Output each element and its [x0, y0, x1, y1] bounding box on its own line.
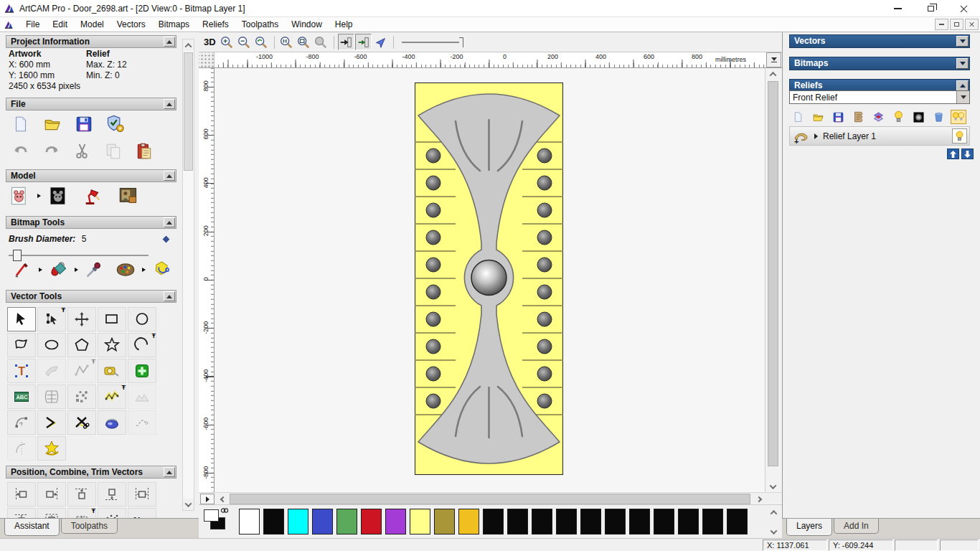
create-ellipse-tool[interactable]: [37, 333, 66, 357]
menu-item[interactable]: Toolpaths: [235, 18, 285, 31]
horizontal-scrollbar[interactable]: [199, 492, 782, 504]
greyscale-preview-icon[interactable]: [910, 110, 926, 124]
new-model-icon[interactable]: [9, 113, 33, 135]
palette-scroll-up[interactable]: [771, 510, 776, 515]
dropdown-arrow-icon[interactable]: [956, 91, 969, 103]
expand-button[interactable]: [956, 36, 969, 47]
collapse-button[interactable]: [164, 291, 175, 301]
colour-swatch[interactable]: [605, 509, 626, 534]
scroll-down-button[interactable]: [183, 499, 194, 510]
colour-swatch[interactable]: [483, 509, 504, 534]
relief-layer-name[interactable]: Relief Layer 1: [823, 131, 876, 141]
nesting-tool[interactable]: Nes: [128, 508, 156, 519]
colour-swatch[interactable]: [312, 509, 333, 534]
paint-brush-icon[interactable]: [10, 259, 34, 281]
arc-fit-tool[interactable]: [7, 410, 36, 435]
collapse-button[interactable]: [956, 80, 969, 91]
create-circle-tool[interactable]: [128, 307, 156, 331]
align-bottom-icon[interactable]: [98, 482, 126, 507]
menu-item[interactable]: Model: [74, 18, 110, 31]
redo-icon[interactable]: [39, 141, 64, 162]
mdi-close-button[interactable]: [965, 19, 979, 30]
paste-icon[interactable]: [101, 141, 126, 162]
align-middle-icon[interactable]: Ŧ: [67, 508, 96, 519]
colour-swatch[interactable]: [385, 509, 406, 534]
link-colours-icon[interactable]: [220, 507, 229, 514]
tab-layers[interactable]: Layers: [786, 519, 832, 536]
view-3d-button[interactable]: 3D: [204, 37, 216, 47]
create-rectangle-tool[interactable]: [98, 307, 126, 331]
delete-relief-icon[interactable]: [930, 110, 946, 124]
create-polygon-tool[interactable]: [67, 333, 96, 357]
free-relief-tool[interactable]: [128, 385, 156, 409]
colour-swatch[interactable]: [532, 509, 552, 534]
cut-icon[interactable]: [70, 141, 95, 162]
scroll-thumb[interactable]: [768, 81, 778, 466]
close-button[interactable]: [947, 0, 980, 17]
colour-picker-icon[interactable]: [82, 259, 106, 281]
trim-vectors-tool[interactable]: [67, 410, 96, 435]
collapse-button[interactable]: [164, 171, 175, 181]
palette-icon[interactable]: [113, 259, 138, 281]
primary-colour[interactable]: [204, 509, 219, 522]
select-vectors-tool[interactable]: [7, 307, 36, 331]
mdi-restore-button[interactable]: [950, 19, 963, 30]
tab-addin[interactable]: Add In: [834, 519, 879, 534]
wrap-text-tool[interactable]: [37, 359, 66, 383]
open-relief-icon[interactable]: [810, 110, 826, 124]
zoom-box-icon[interactable]: [296, 34, 312, 50]
zoom-1to1-icon[interactable]: [278, 34, 295, 50]
toggle-vector-visibility-icon[interactable]: [355, 34, 372, 50]
scroll-thumb[interactable]: [184, 52, 193, 171]
colour-swatch[interactable]: [288, 509, 308, 534]
smooth-spline-tool[interactable]: [128, 410, 156, 435]
create-arc-tool[interactable]: Ŧ: [128, 333, 156, 357]
menu-item[interactable]: File: [19, 18, 46, 31]
text-on-curve-tool[interactable]: ABC: [7, 385, 36, 409]
flyout-arrow-icon[interactable]: [36, 194, 42, 198]
scroll-right-button[interactable]: [753, 494, 765, 504]
scatter-copies-icon[interactable]: [98, 508, 126, 519]
transform-vectors-tool[interactable]: [67, 307, 96, 331]
expand-layer-icon[interactable]: [814, 133, 818, 139]
menu-item[interactable]: Reliefs: [196, 18, 235, 31]
colour-swatch[interactable]: [654, 509, 674, 534]
center-horizontal-icon[interactable]: [128, 482, 156, 507]
create-star-tool[interactable]: [98, 333, 126, 357]
toggle-visibility-icon[interactable]: [890, 110, 906, 124]
restore-button[interactable]: [914, 0, 947, 17]
create-text-tool[interactable]: T: [7, 359, 36, 383]
notes-icon[interactable]: [132, 141, 156, 162]
save-model-icon[interactable]: [72, 113, 96, 135]
flyout-arrow-icon[interactable]: [141, 268, 146, 272]
open-model-icon[interactable]: [40, 113, 65, 135]
collapse-button[interactable]: [164, 217, 175, 227]
expand-button[interactable]: [956, 58, 969, 69]
collapse-button[interactable]: [164, 37, 175, 47]
node-editing-tool[interactable]: Ŧ: [37, 307, 66, 331]
align-top-icon[interactable]: [67, 482, 96, 507]
colour-swatch[interactable]: [458, 509, 479, 534]
colour-swatch[interactable]: [434, 509, 455, 534]
vector-doctor-tool[interactable]: [128, 359, 156, 383]
colour-swatch[interactable]: [580, 509, 601, 534]
new-relief-icon[interactable]: [790, 110, 806, 124]
colour-swatch[interactable]: [361, 509, 382, 534]
colour-swatch[interactable]: [727, 509, 748, 534]
scroll-left-button[interactable]: [217, 494, 229, 504]
primary-secondary-colours[interactable]: [204, 509, 230, 534]
colour-swatch[interactable]: [336, 509, 357, 534]
envelope-tool[interactable]: [37, 436, 66, 461]
colour-swatch[interactable]: [678, 509, 699, 534]
units-dropdown-button[interactable]: [766, 52, 781, 67]
ruler-toggle-button[interactable]: [200, 494, 215, 504]
create-freeform-tool[interactable]: [7, 333, 36, 357]
flyout-arrow-icon[interactable]: [73, 268, 79, 272]
model-options-icon[interactable]: [103, 113, 128, 135]
colour-swatch[interactable]: [239, 509, 260, 534]
center-vertical-icon[interactable]: [7, 508, 36, 519]
mdi-minimize-button[interactable]: [935, 19, 948, 30]
scroll-down-button[interactable]: [767, 481, 779, 492]
align-left-icon[interactable]: [7, 482, 36, 507]
collapse-button[interactable]: [164, 99, 175, 109]
